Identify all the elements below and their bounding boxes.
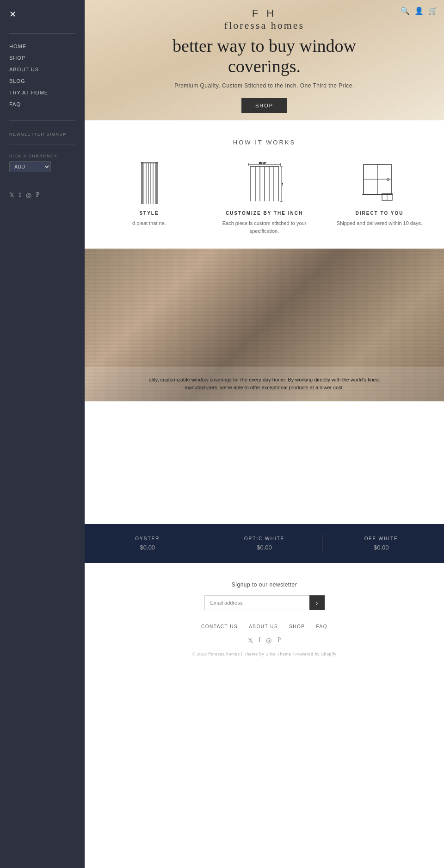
product-name-off-white: OFF WHITE: [323, 536, 439, 541]
product-price-off-white: $0.00: [323, 544, 439, 551]
footer-instagram-link[interactable]: ◎: [266, 637, 271, 644]
sidebar-item-home[interactable]: HOME: [9, 42, 75, 50]
product-showcase: OYSTER $0.00 OPTIC WHITE $0.00 OFF WHITE…: [85, 524, 444, 563]
how-steps: STYLE d pleat that ne. 97.5": [94, 160, 435, 235]
step-style-desc: d pleat that ne.: [132, 219, 166, 227]
footer-links: CONTACT US ABOUT US SHOP FAQ: [94, 624, 435, 629]
hero-title: better way to buy window coverings.: [154, 36, 376, 76]
logo-text: floressa homes: [224, 19, 304, 31]
sidebar-instagram-link[interactable]: ◎: [26, 191, 31, 199]
how-step-style: STYLE d pleat that ne.: [103, 160, 196, 227]
currency-select[interactable]: AUD USD GBP EUR: [9, 161, 51, 172]
fabric-text: ality, customizable window coverings for…: [144, 376, 385, 392]
sidebar-facebook-link[interactable]: f: [19, 191, 21, 199]
footer-social: 𝕏 f ◎ P: [94, 637, 435, 644]
step-customize-title: CUSTOMIZE BY THE INCH: [226, 211, 303, 216]
sidebar-item-try-at-home[interactable]: TRY AT HOME: [9, 88, 75, 96]
shop-button[interactable]: SHOP: [241, 98, 287, 113]
sidebar-social: 𝕏 f ◎ P: [9, 191, 75, 199]
logo-area: F H floressa homes: [224, 7, 304, 31]
logo-icon: F H: [224, 7, 304, 19]
svg-point-30: [387, 179, 389, 181]
product-name-oyster: OYSTER: [89, 536, 206, 541]
footer-link-about[interactable]: ABOUT US: [249, 624, 278, 629]
newsletter-submit-button[interactable]: ›: [309, 595, 325, 610]
svg-text:97.5": 97.5": [259, 162, 267, 164]
footer-twitter-link[interactable]: 𝕏: [248, 637, 253, 644]
footer-link-contact[interactable]: CONTACT US: [201, 624, 238, 629]
sidebar-close-button[interactable]: ✕: [9, 9, 75, 19]
footer-copyright: © 2018 floressa homes | Theme by Slice T…: [94, 652, 435, 656]
footer-section: Signup to our newsletter › CONTACT US AB…: [85, 563, 444, 666]
user-icon[interactable]: 👤: [414, 6, 424, 15]
step-direct-desc: Shipped and delivered within 10 days.: [337, 219, 422, 227]
sidebar-nav: HOME SHOP ABOUT US BLOG TRY AT HOME FAQ: [9, 38, 75, 111]
step-style-title: STYLE: [139, 211, 159, 216]
newsletter-form: ›: [204, 595, 325, 610]
step-customize-desc: Each piece is custom stitched to your sp…: [218, 219, 311, 235]
how-step-customize: 97.5": [218, 160, 311, 235]
hero-section: 🔍 👤 🛒 F H floressa homes better way to b…: [85, 0, 444, 120]
product-price-oyster: $0.00: [89, 544, 206, 551]
product-name-optic-white: OPTIC WHITE: [206, 536, 323, 541]
footer-facebook-link[interactable]: f: [259, 637, 261, 644]
sidebar-pinterest-link[interactable]: P: [36, 191, 40, 199]
sidebar-twitter-link[interactable]: 𝕏: [9, 191, 14, 199]
white-spacer: [85, 401, 444, 524]
footer-pinterest-link[interactable]: P: [277, 637, 281, 644]
sidebar-item-about[interactable]: ABOUT US: [9, 65, 75, 73]
how-it-works-title: HOW IT WORKS: [94, 139, 435, 146]
header-icons: 🔍 👤 🛒: [401, 6, 438, 15]
sidebar-item-faq[interactable]: FAQ: [9, 100, 75, 108]
product-price-optic-white: $0.00: [206, 544, 323, 551]
curtain-icon: [140, 160, 159, 206]
svg-text:124": 124": [282, 182, 283, 186]
product-item-optic-white: OPTIC WHITE $0.00: [206, 536, 323, 551]
fabric-section: ality, customizable window coverings for…: [85, 249, 444, 401]
sidebar-item-blog[interactable]: BLOG: [9, 76, 75, 85]
sidebar: ✕ HOME SHOP ABOUT US BLOG TRY AT HOME FA…: [0, 0, 85, 868]
footer-link-faq[interactable]: FAQ: [316, 624, 327, 629]
newsletter-email-input[interactable]: [204, 595, 309, 610]
measure-icon: 97.5": [246, 160, 283, 206]
hero-subtitle: Premium Quality. Custom Stitched to the …: [174, 82, 354, 89]
newsletter-signup-label: Signup to our newsletter: [94, 581, 435, 588]
sidebar-item-shop[interactable]: SHOP: [9, 53, 75, 62]
svg-rect-1: [142, 162, 157, 163]
product-item-off-white: OFF WHITE $0.00: [323, 536, 439, 551]
svg-rect-8: [156, 162, 157, 204]
door-icon: [361, 160, 398, 206]
footer-link-shop[interactable]: SHOP: [289, 624, 305, 629]
search-icon[interactable]: 🔍: [401, 6, 410, 15]
how-step-direct: DIRECT TO YOU Shipped and delivered with…: [333, 160, 426, 227]
step-direct-title: DIRECT TO YOU: [356, 211, 404, 216]
product-item-oyster: OYSTER $0.00: [89, 536, 206, 551]
cart-icon[interactable]: 🛒: [428, 6, 438, 15]
svg-rect-0: [142, 162, 142, 204]
fabric-overlay: ality, customizable window coverings for…: [85, 367, 444, 401]
main-content: 🔍 👤 🛒 F H floressa homes better way to b…: [85, 0, 444, 666]
how-it-works-section: HOW IT WORKS ST: [85, 120, 444, 249]
newsletter-label: NEWSLETTER SIGNUP: [9, 132, 75, 137]
currency-label: PICK A CURRENCY: [9, 154, 75, 158]
